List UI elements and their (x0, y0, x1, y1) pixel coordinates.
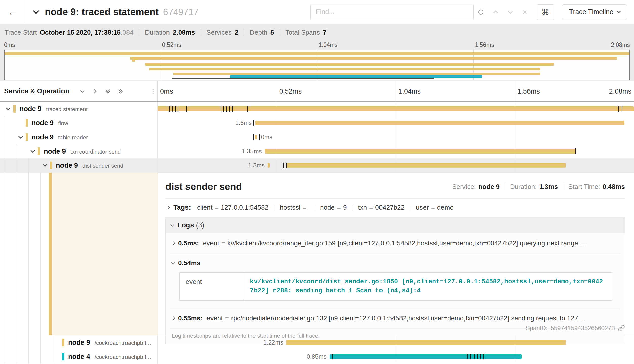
span-name-cell: node 9 traced statement (0, 102, 158, 116)
span-row-dist-sender-send[interactable]: node 9 dist sender send 1.3ms (0, 158, 634, 173)
span-track[interactable] (158, 102, 634, 116)
span-bar[interactable] (286, 340, 566, 345)
span-row-roachpb-node9[interactable]: node 9 /cockroach.roachpb.I... 1.22ms (0, 335, 634, 350)
tags-row[interactable]: Tags: client = 127.0.0.1:54582 hostssl =… (165, 199, 625, 217)
span-bar[interactable] (265, 149, 576, 154)
column-resize-handle[interactable]: ⋮ (150, 87, 156, 95)
span-row-flow[interactable]: node 9 flow 1.6ms (0, 116, 634, 130)
minimap-span-bar (132, 60, 135, 62)
span-row-roachpb-node4[interactable]: node 4 /cockroach.roachpb.I... 0.85ms (0, 350, 634, 364)
span-detail-row: dist sender send Service: node 9 Duratio… (0, 173, 634, 335)
span-name-cell: node 4 /cockroach.roachpb.I... (0, 350, 158, 364)
title-chevron-down-icon[interactable] (33, 8, 39, 14)
log-expand-chevron-icon[interactable] (171, 241, 175, 245)
span-row-txn-coordinator-send[interactable]: node 9 txn coordinator send 1.35ms (0, 144, 634, 158)
log-tick (622, 106, 622, 112)
summary-value: 7 (323, 29, 326, 36)
find-input[interactable] (310, 4, 474, 20)
service-operation-title: Service & Operation (4, 87, 69, 95)
span-color-bar (62, 353, 64, 360)
log-entry-header[interactable]: 0.54ms (172, 259, 619, 267)
meta-value: 0.48ms (603, 183, 625, 191)
span-color-bar (26, 119, 28, 127)
span-track[interactable]: 1.35ms (158, 144, 634, 158)
indent-guide (40, 335, 41, 350)
log-time: 0.55ms: (178, 314, 203, 322)
logs-header[interactable]: Logs (3) (166, 217, 625, 233)
expand-one-icon[interactable] (92, 88, 98, 94)
minimap-span-bar (173, 73, 540, 75)
span-bar[interactable] (287, 163, 566, 168)
span-bar[interactable] (268, 163, 270, 168)
tags-label: Tags: (173, 204, 191, 211)
timeline-header: Service & Operation ⋮ 0ms 0.52ms 1.04ms … (0, 81, 634, 102)
duration-label: 0ms (261, 134, 272, 141)
tag-key: txn (358, 204, 367, 211)
log-key: event (203, 239, 219, 247)
time-tick: 1.04ms (398, 87, 421, 95)
service-name: node 9 (19, 105, 41, 113)
divider (314, 205, 314, 211)
tags-expand-chevron-icon[interactable] (166, 206, 170, 210)
log-tick (175, 106, 176, 112)
span-color-bar (50, 162, 52, 169)
span-bar[interactable] (255, 121, 624, 125)
grid-line (515, 130, 515, 144)
collapse-chevron-icon[interactable] (43, 162, 47, 167)
keyboard-shortcuts-button[interactable]: ⌘ (537, 4, 554, 20)
collapse-chevron-icon[interactable] (6, 105, 10, 110)
span-row-traced-statement[interactable]: node 9 traced statement (0, 102, 634, 116)
span-detail-header: dist sender send Service: node 9 Duratio… (165, 181, 625, 192)
trace-minimap: 0ms 0.52ms 1.04ms 1.56ms 2.08ms (0, 40, 634, 81)
collapse-all-icon[interactable] (105, 88, 111, 94)
log-expand-chevron-icon[interactable] (171, 316, 175, 320)
log-tick (169, 106, 170, 112)
span-name-cell: node 9 flow (0, 116, 158, 130)
operation-name: /cockroach.roachpb.I... (95, 354, 151, 360)
collapse-chevron-icon[interactable] (30, 148, 35, 153)
duration-label: 1.22ms (263, 339, 283, 346)
span-row-table-reader[interactable]: node 9 table reader 0ms (0, 130, 634, 144)
span-track[interactable]: 1.22ms (158, 335, 634, 350)
span-track[interactable]: 0.85ms (158, 350, 634, 364)
minimap-canvas[interactable] (4, 50, 630, 80)
indent-guide (40, 173, 41, 335)
tag-value: 127.0.0.1:54582 (221, 204, 268, 211)
span-bar[interactable] (330, 354, 522, 359)
indent-guide (53, 335, 53, 350)
equals: = (431, 204, 435, 211)
span-name-cell: node 9 dist sender send (0, 158, 158, 173)
log-collapse-chevron-icon[interactable] (171, 261, 175, 265)
clear-find-icon[interactable] (518, 4, 532, 20)
top-bar: ← node 9: traced statement 6749717 ⌘ Tra… (0, 0, 634, 24)
equals: = (225, 314, 229, 322)
log-time: 0.54ms (178, 259, 200, 267)
span-bar[interactable] (255, 135, 257, 139)
span-track[interactable]: 1.3ms (158, 158, 634, 173)
divider (201, 29, 201, 36)
tag-key: node (320, 204, 335, 211)
collapse-one-icon[interactable] (79, 88, 86, 94)
time-tick: 1.56ms (517, 87, 540, 95)
log-tick (178, 106, 178, 112)
back-button[interactable]: ← (0, 0, 26, 24)
expand-all-icon[interactable] (117, 88, 123, 94)
copy-link-icon[interactable] (618, 325, 625, 332)
meta-value: 1.3ms (539, 183, 558, 191)
logs-collapse-chevron-icon[interactable] (170, 223, 174, 227)
collapse-chevron-icon[interactable] (18, 134, 23, 138)
indent-guide (28, 350, 29, 364)
next-match-icon[interactable] (503, 4, 518, 20)
grid-line (515, 81, 515, 101)
service-name: node 9 (32, 133, 54, 141)
selected-span-color-band (49, 173, 52, 335)
match-scope-icon[interactable] (474, 4, 488, 20)
span-track[interactable]: 1.6ms (158, 116, 634, 130)
prev-match-icon[interactable] (488, 4, 503, 20)
span-id-value: 5597415943526560273 (551, 325, 615, 332)
span-color-bar (62, 339, 64, 346)
span-track[interactable]: 0ms (158, 130, 634, 144)
log-entry[interactable]: 0.5ms: event = kv/kvclient/kvcoord/range… (170, 233, 621, 253)
trace-view-dropdown[interactable]: Trace Timeline (562, 4, 627, 20)
minimap-span-bar (5, 52, 629, 55)
